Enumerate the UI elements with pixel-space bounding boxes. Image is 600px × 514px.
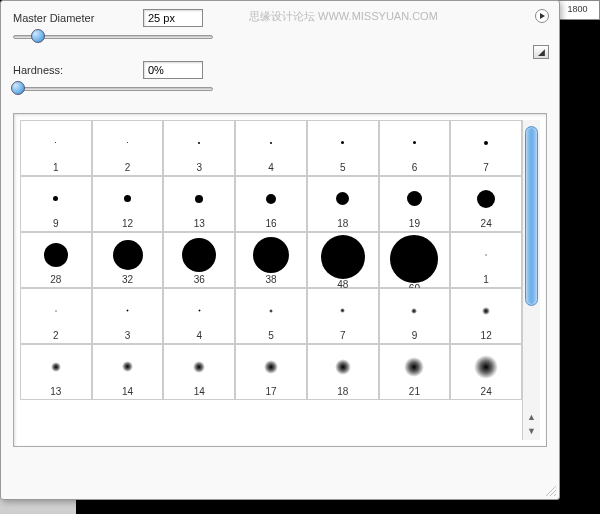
- brush-preset[interactable]: 24: [450, 344, 522, 400]
- brush-preset[interactable]: 5: [307, 120, 379, 176]
- brush-preset[interactable]: 9: [20, 176, 92, 232]
- brush-preset[interactable]: 14: [92, 344, 164, 400]
- brush-preset[interactable]: 32: [92, 232, 164, 288]
- brush-size-label: 4: [197, 330, 203, 341]
- brush-preview: [451, 123, 521, 162]
- brush-preview: [451, 235, 521, 274]
- brush-size-label: 36: [194, 274, 205, 285]
- brush-size-label: 2: [53, 330, 59, 341]
- brush-preset[interactable]: 60: [379, 232, 451, 288]
- brush-preset[interactable]: 18: [307, 176, 379, 232]
- hardness-label: Hardness:: [13, 64, 143, 76]
- soft-brush-icon: [335, 359, 351, 375]
- hard-brush-icon: [124, 195, 131, 202]
- brush-preset[interactable]: 24: [450, 176, 522, 232]
- flyout-menu-icon[interactable]: [535, 9, 549, 23]
- brush-preset[interactable]: 9: [379, 288, 451, 344]
- brush-preset[interactable]: 4: [163, 288, 235, 344]
- brush-preview: [308, 123, 378, 162]
- brush-size-label: 4: [268, 162, 274, 173]
- soft-brush-icon: [269, 309, 273, 313]
- brush-preview: [21, 179, 91, 218]
- brush-preset[interactable]: 3: [163, 120, 235, 176]
- soft-brush-icon: [198, 309, 201, 312]
- hard-brush-icon: [53, 196, 58, 201]
- brush-preview: [164, 291, 234, 330]
- brush-preset[interactable]: 2: [20, 288, 92, 344]
- hard-brush-icon: [336, 192, 349, 205]
- hard-brush-icon: [390, 235, 438, 283]
- scroll-up-icon[interactable]: ▲: [523, 412, 540, 426]
- brush-preset[interactable]: 16: [235, 176, 307, 232]
- brush-preset[interactable]: 13: [163, 176, 235, 232]
- brush-preview: [308, 179, 378, 218]
- brush-preview: [380, 291, 450, 330]
- brush-preset[interactable]: 1: [20, 120, 92, 176]
- brush-size-label: 5: [268, 330, 274, 341]
- hard-brush-icon: [198, 142, 200, 144]
- brush-size-label: 9: [53, 218, 59, 229]
- brush-size-label: 1: [53, 162, 59, 173]
- brush-preview: [21, 347, 91, 386]
- brush-preset[interactable]: 14: [163, 344, 235, 400]
- brush-preset[interactable]: 5: [235, 288, 307, 344]
- hard-brush-icon: [182, 238, 216, 272]
- brush-preset[interactable]: 3: [92, 288, 164, 344]
- hard-brush-icon: [341, 141, 344, 144]
- brush-preset[interactable]: 12: [92, 176, 164, 232]
- brush-size-label: 12: [122, 218, 133, 229]
- brush-preset[interactable]: 6: [379, 120, 451, 176]
- soft-brush-icon: [340, 308, 345, 313]
- brush-preset[interactable]: 7: [307, 288, 379, 344]
- hardness-slider-thumb[interactable]: [11, 81, 25, 95]
- brush-preset[interactable]: 48: [307, 232, 379, 288]
- brush-preview: [236, 179, 306, 218]
- brush-size-label: 6: [412, 162, 418, 173]
- brush-preview: [164, 179, 234, 218]
- brush-size-label: 14: [194, 386, 205, 397]
- resize-grip-icon[interactable]: [543, 483, 557, 497]
- brush-preview: [93, 291, 163, 330]
- diameter-label: Master Diameter: [13, 12, 143, 24]
- brush-size-label: 2: [125, 162, 131, 173]
- hardness-slider[interactable]: [13, 83, 213, 93]
- brush-preview: [93, 123, 163, 162]
- brush-size-label: 28: [50, 274, 61, 285]
- brush-preset[interactable]: 18: [307, 344, 379, 400]
- diameter-input[interactable]: [143, 9, 203, 27]
- brush-preset[interactable]: 17: [235, 344, 307, 400]
- brush-scrollbar[interactable]: ▲ ▼: [522, 120, 540, 440]
- diameter-slider[interactable]: [13, 31, 213, 41]
- scroll-down-icon[interactable]: ▼: [523, 426, 540, 440]
- brush-preview: [93, 179, 163, 218]
- brush-preset[interactable]: 38: [235, 232, 307, 288]
- hardness-input[interactable]: [143, 61, 203, 79]
- soft-brush-icon: [126, 309, 129, 312]
- diameter-slider-thumb[interactable]: [31, 29, 45, 43]
- hard-brush-icon: [270, 142, 272, 144]
- brush-preset[interactable]: 2: [92, 120, 164, 176]
- brush-preset[interactable]: 13: [20, 344, 92, 400]
- brush-preset[interactable]: 28: [20, 232, 92, 288]
- soft-brush-icon: [51, 362, 61, 372]
- brush-size-label: 5: [340, 162, 346, 173]
- brush-size-label: 38: [265, 274, 276, 285]
- brush-preset[interactable]: 36: [163, 232, 235, 288]
- brush-preview: [236, 347, 306, 386]
- brush-grid: 1234567912131618192428323638486012345791…: [20, 120, 522, 440]
- new-preset-icon[interactable]: ◢: [533, 45, 549, 59]
- brush-size-label: 7: [340, 330, 346, 341]
- brush-size-label: 13: [50, 386, 61, 397]
- brush-preset[interactable]: 21: [379, 344, 451, 400]
- brush-preview: [451, 347, 521, 386]
- brush-size-label: 7: [483, 162, 489, 173]
- brush-preset[interactable]: 19: [379, 176, 451, 232]
- brush-preset[interactable]: 12: [450, 288, 522, 344]
- brush-preset[interactable]: 4: [235, 120, 307, 176]
- brush-preset[interactable]: 1: [450, 232, 522, 288]
- hard-brush-icon: [407, 191, 422, 206]
- brush-preset[interactable]: 7: [450, 120, 522, 176]
- scrollbar-thumb[interactable]: [525, 126, 538, 306]
- brush-preview: [164, 235, 234, 274]
- brush-preview: [236, 235, 306, 274]
